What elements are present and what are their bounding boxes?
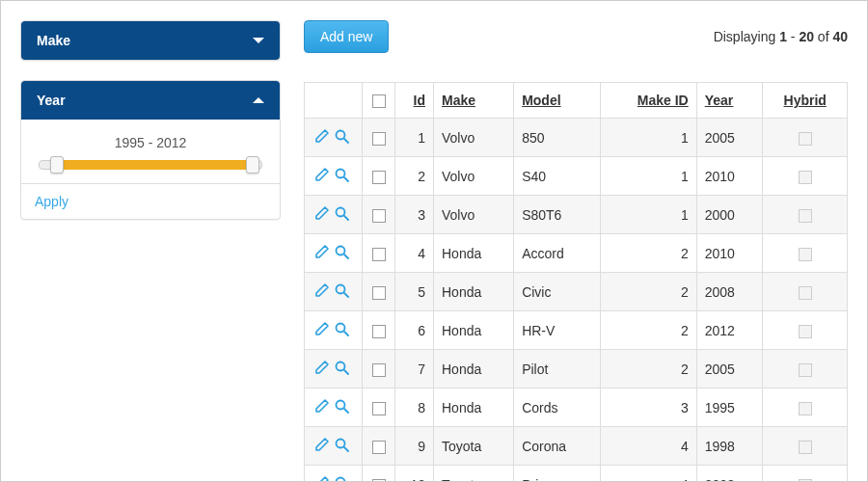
edit-icon[interactable] — [314, 128, 330, 144]
svg-point-6 — [336, 247, 344, 255]
svg-line-5 — [344, 216, 348, 220]
cell-hybrid — [763, 119, 848, 157]
filter-year-header[interactable]: Year — [21, 81, 280, 120]
hybrid-checkbox — [799, 402, 812, 415]
table-row: 3VolvoS80T612000 — [305, 196, 848, 234]
chevron-down-icon — [253, 38, 264, 43]
row-checkbox[interactable] — [372, 286, 386, 300]
cell-make: Volvo — [434, 119, 514, 157]
col-make-id[interactable]: Make ID — [600, 83, 696, 119]
year-range-slider[interactable] — [39, 160, 262, 170]
year-range-label: 1995 - 2012 — [33, 135, 268, 150]
col-make[interactable]: Make — [434, 83, 514, 119]
row-checkbox[interactable] — [372, 171, 386, 184]
edit-icon[interactable] — [314, 398, 330, 414]
cell-year: 2010 — [696, 157, 763, 196]
hybrid-checkbox — [799, 132, 812, 146]
cell-id: 8 — [395, 388, 434, 427]
pager-to: 20 — [799, 29, 814, 44]
cell-make: Honda — [434, 350, 514, 388]
cell-actions — [305, 234, 363, 273]
edit-icon[interactable] — [314, 244, 330, 259]
cell-select — [363, 388, 395, 427]
slider-handle-min[interactable] — [50, 156, 64, 174]
cell-model: S40 — [514, 157, 601, 196]
row-checkbox[interactable] — [372, 363, 386, 377]
cell-id: 9 — [395, 427, 434, 466]
cell-make-id: 4 — [600, 466, 696, 482]
col-model[interactable]: Model — [514, 83, 601, 119]
filter-make-header[interactable]: Make — [21, 21, 280, 60]
svg-point-8 — [336, 285, 344, 294]
view-icon[interactable] — [334, 475, 349, 482]
svg-line-15 — [344, 409, 348, 413]
cell-select — [363, 234, 395, 273]
row-checkbox[interactable] — [372, 441, 386, 454]
col-year[interactable]: Year — [696, 83, 763, 119]
cell-make-id: 1 — [600, 157, 696, 196]
main-content: Add new Displaying 1 - 20 of 40 Id Make … — [304, 20, 848, 462]
edit-icon[interactable] — [314, 360, 330, 375]
svg-line-17 — [344, 447, 348, 451]
edit-icon[interactable] — [314, 205, 330, 221]
svg-point-10 — [336, 324, 344, 333]
view-icon[interactable] — [334, 128, 349, 144]
cell-hybrid — [763, 273, 848, 311]
cell-actions — [305, 157, 363, 196]
view-icon[interactable] — [334, 244, 349, 259]
pager-of: of — [814, 29, 832, 44]
edit-icon[interactable] — [314, 475, 330, 482]
view-icon[interactable] — [334, 205, 349, 221]
sidebar: Make Year 1995 - 2012 Apply — [20, 20, 281, 462]
col-hybrid[interactable]: Hybrid — [763, 83, 848, 119]
cell-actions — [305, 196, 363, 234]
view-icon[interactable] — [334, 167, 349, 182]
svg-line-3 — [344, 177, 348, 181]
edit-icon[interactable] — [314, 167, 330, 182]
row-checkbox[interactable] — [372, 209, 386, 223]
cell-select — [363, 350, 395, 388]
cell-year: 2008 — [696, 466, 763, 482]
row-checkbox[interactable] — [372, 325, 386, 338]
slider-handle-max[interactable] — [246, 156, 259, 174]
row-checkbox[interactable] — [372, 132, 386, 146]
view-icon[interactable] — [334, 398, 349, 414]
cell-make-id: 4 — [600, 427, 696, 466]
filter-year-title: Year — [37, 93, 66, 108]
edit-icon[interactable] — [314, 437, 330, 452]
cell-make: Honda — [434, 388, 514, 427]
toolbar: Add new Displaying 1 - 20 of 40 — [304, 20, 848, 53]
cell-actions — [305, 388, 363, 427]
hybrid-checkbox — [799, 171, 812, 184]
svg-line-11 — [344, 332, 348, 335]
cell-model: S80T6 — [514, 196, 601, 234]
hybrid-checkbox — [799, 209, 812, 223]
edit-icon[interactable] — [314, 321, 330, 336]
pager-prefix: Displaying — [714, 29, 779, 44]
view-icon[interactable] — [334, 437, 349, 452]
col-id[interactable]: Id — [395, 83, 434, 119]
table-row: 2VolvoS4012010 — [305, 157, 848, 196]
chevron-up-icon — [253, 97, 264, 103]
cell-model: Cords — [514, 388, 601, 427]
view-icon[interactable] — [334, 282, 349, 298]
cell-actions — [305, 350, 363, 388]
col-actions — [305, 83, 363, 119]
cell-id: 7 — [395, 350, 434, 388]
pager-total: 40 — [832, 29, 848, 44]
cell-make: Honda — [434, 311, 514, 350]
edit-icon[interactable] — [314, 282, 330, 298]
cell-hybrid — [763, 466, 848, 482]
select-all-checkbox[interactable] — [372, 94, 386, 108]
svg-line-13 — [344, 370, 348, 374]
row-checkbox[interactable] — [372, 402, 386, 415]
apply-filter-link[interactable]: Apply — [35, 194, 68, 209]
view-icon[interactable] — [334, 321, 349, 336]
add-new-button[interactable]: Add new — [304, 20, 389, 53]
cell-select — [363, 427, 395, 466]
row-checkbox[interactable] — [372, 248, 386, 261]
cell-year: 1998 — [696, 427, 763, 466]
cell-hybrid — [763, 311, 848, 350]
cell-model: Pilot — [514, 350, 601, 388]
view-icon[interactable] — [334, 360, 349, 375]
